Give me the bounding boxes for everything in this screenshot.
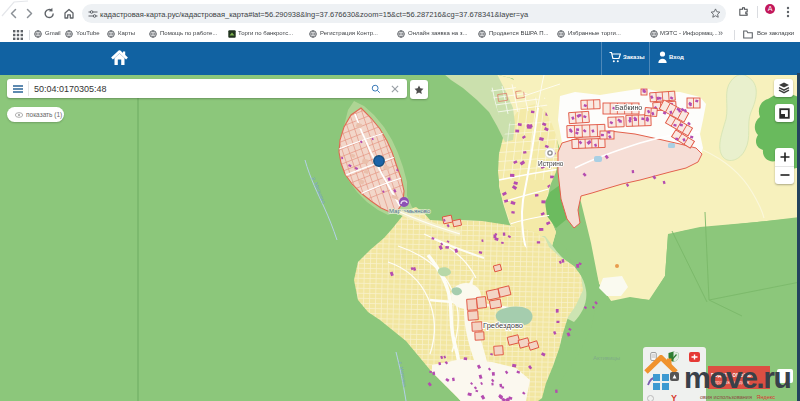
svg-text:Истрино: Истрино xyxy=(538,160,564,168)
svg-text:Мартемьяново: Мартемьяново xyxy=(389,208,431,214)
svg-text:Активицы: Активицы xyxy=(593,355,620,361)
svg-text:Гребездово: Гребездово xyxy=(483,321,523,330)
svg-text:Бабкино: Бабкино xyxy=(615,104,642,111)
